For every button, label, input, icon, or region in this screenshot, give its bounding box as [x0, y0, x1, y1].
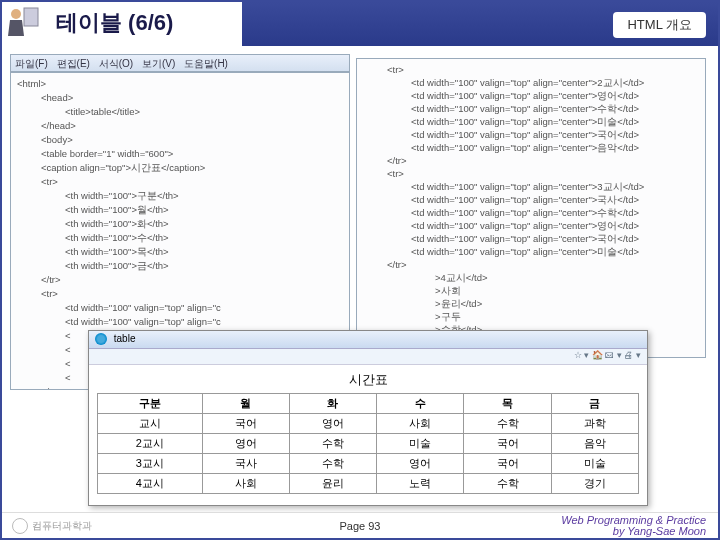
table-header: 수: [377, 394, 464, 414]
table-header: 월: [202, 394, 289, 414]
browser-preview: table ☆ ▾ 🏠 🖂 ▾ 🖨 ▾ 시간표 구분월화수목금교시국어영어사회수…: [88, 330, 648, 506]
browser-toolbar: ☆ ▾ 🏠 🖂 ▾ 🖨 ▾: [89, 349, 647, 365]
table-header: 금: [551, 394, 638, 414]
footer-credit: Web Programming & Practice by Yang-Sae M…: [561, 515, 706, 537]
notepad-menubar: 파일(F) 편집(E) 서식(O) 보기(V) 도움말(H): [10, 54, 350, 72]
university-seal-icon: [12, 518, 28, 534]
code-panel-right: <tr><td width="100" valign="top" align="…: [356, 58, 706, 358]
svg-rect-0: [24, 8, 38, 26]
browser-tab-title: table: [114, 333, 136, 344]
table-header: 목: [464, 394, 551, 414]
timetable: 구분월화수목금교시국어영어사회수학과학2교시영어수학미술국어음악3교시국사수학영…: [97, 393, 639, 494]
table-header: 화: [289, 394, 376, 414]
browser-titlebar: table: [89, 331, 647, 349]
table-header: 구분: [98, 394, 203, 414]
slide-tag: HTML 개요: [613, 12, 706, 38]
svg-point-1: [11, 9, 21, 19]
table-row: 교시국어영어사회수학과학: [98, 414, 639, 434]
page-number: Page 93: [340, 520, 381, 532]
lecturer-icon: [2, 2, 46, 46]
footer-logo: 컴퓨터과학과: [12, 518, 92, 534]
table-row: 4교시사회윤리노력수학경기: [98, 474, 639, 494]
ie-icon: [95, 333, 107, 345]
table-row: 2교시영어수학미술국어음악: [98, 434, 639, 454]
slide-title: 테이블 (6/6): [56, 8, 181, 38]
table-row: 3교시국사수학영어국어미술: [98, 454, 639, 474]
table-caption: 시간표: [97, 371, 639, 389]
